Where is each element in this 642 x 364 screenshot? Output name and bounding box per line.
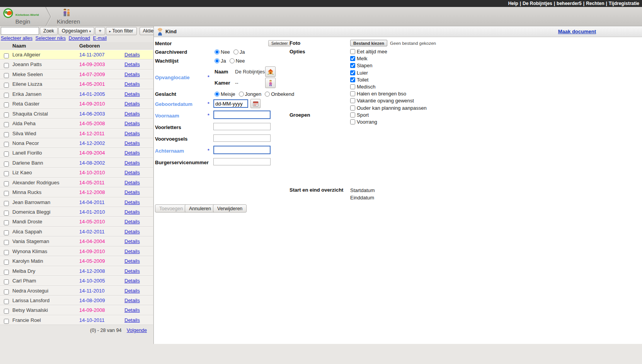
row-checkbox[interactable] (4, 220, 9, 225)
groepen-item-voorrang[interactable]: Voorrang (350, 119, 377, 126)
select-locatie-button[interactable] (265, 66, 276, 77)
row-details-link[interactable]: Details (124, 52, 140, 58)
row-details-link[interactable]: Details (124, 150, 140, 156)
row-details-link[interactable]: Details (124, 288, 140, 294)
voornaam-input[interactable] (213, 111, 271, 119)
row-details-link[interactable]: Details (124, 189, 140, 195)
search-input[interactable] (1, 27, 39, 35)
row-details-link[interactable]: Details (124, 268, 140, 274)
gearchiveerd-option-ja[interactable]: Ja (233, 49, 245, 55)
topbar-link-tijdregistratie[interactable]: Tijdregistratie (609, 1, 639, 6)
row-checkbox[interactable] (4, 53, 9, 58)
row-details-link[interactable]: Details (124, 298, 140, 303)
row-details-link[interactable]: Details (124, 278, 140, 284)
opties-checkbox-vakantie-opvang-gewenst[interactable] (350, 98, 355, 103)
calendar-picker-button[interactable] (250, 99, 261, 108)
groepen-checkbox-sport[interactable] (350, 112, 355, 117)
geslacht-radio-jongen[interactable] (239, 92, 244, 97)
row-checkbox[interactable] (4, 93, 9, 98)
row-checkbox[interactable] (4, 171, 9, 176)
row-details-link[interactable]: Details (124, 131, 140, 136)
wachtlijst-option-nee[interactable]: Nee (230, 58, 245, 64)
gearchiveerd-option-nee[interactable]: Nee (215, 49, 230, 55)
opgeslagen-dropdown-button[interactable]: Opgeslagen ▾ (58, 27, 94, 35)
opties-item-medisch[interactable]: Medisch (350, 84, 427, 91)
row-checkbox[interactable] (4, 309, 9, 314)
next-page-link[interactable]: Volgende (127, 328, 147, 333)
row-checkbox[interactable] (4, 319, 9, 324)
opties-checkbox-slapen[interactable] (350, 63, 355, 68)
topbar-link-de-robijntjes[interactable]: De Robijntjes (523, 1, 552, 6)
geslacht-option-meisje[interactable]: Meisje (215, 91, 235, 97)
opties-item-ouder-kan-planning-aanpassen[interactable]: Ouder kan planning aanpassen (350, 105, 427, 112)
geslacht-radio-meisje[interactable] (215, 92, 220, 97)
column-header-geboren[interactable]: Geboren (79, 43, 100, 49)
row-checkbox[interactable] (4, 270, 9, 275)
row-checkbox[interactable] (4, 73, 9, 78)
groepen-item-sport[interactable]: Sport (350, 112, 377, 119)
verwijderen-button[interactable]: Verwijderen (213, 204, 247, 213)
row-details-link[interactable]: Details (124, 180, 140, 185)
maak-document-link[interactable]: Maak document (558, 29, 596, 34)
groepen-checkbox-voorrang[interactable] (350, 119, 355, 124)
row-checkbox[interactable] (4, 181, 9, 186)
row-details-link[interactable]: Details (124, 219, 140, 225)
row-details-link[interactable]: Details (124, 140, 140, 146)
row-checkbox[interactable] (4, 191, 9, 196)
row-checkbox[interactable] (4, 279, 9, 284)
opties-checkbox-toilet[interactable] (350, 77, 355, 82)
achternaam-input[interactable] (213, 146, 271, 154)
row-details-link[interactable]: Details (124, 71, 140, 77)
opties-checkbox-ouder-kan-planning-aanpassen[interactable] (350, 105, 355, 111)
toevoegen-button[interactable]: Toevoegen (155, 204, 187, 213)
zoek-button[interactable]: Zoek (40, 27, 58, 35)
row-details-link[interactable]: Details (124, 61, 140, 67)
annuleren-button[interactable]: Annuleren (185, 204, 215, 213)
row-details-link[interactable]: Details (124, 121, 140, 126)
topbar-link-help[interactable]: Help (508, 1, 518, 6)
geslacht-option-onbekend[interactable]: Onbekend (265, 91, 294, 97)
geslacht-radio-onbekend[interactable] (265, 92, 270, 97)
email-link[interactable]: E-mail (93, 36, 107, 41)
tab-begin[interactable]: Kiekeboe-World Begin (0, 7, 46, 26)
select-none-link[interactable]: Selecteer niks (35, 36, 66, 41)
row-details-link[interactable]: Details (124, 238, 140, 244)
wachtlijst-radio-ja[interactable] (215, 58, 220, 63)
bestand-kiezen-button[interactable]: Bestand kiezen (350, 40, 387, 46)
opties-item-toilet[interactable]: Toilet (350, 77, 427, 84)
burgerservicenummer-input[interactable] (213, 158, 271, 165)
row-checkbox[interactable] (4, 102, 9, 107)
row-checkbox[interactable] (4, 122, 9, 127)
opties-item-melk[interactable]: Melk (350, 56, 427, 63)
row-details-link[interactable]: Details (124, 91, 140, 97)
row-details-link[interactable]: Details (124, 111, 140, 117)
row-details-link[interactable]: Details (124, 307, 140, 313)
row-details-link[interactable]: Details (124, 170, 140, 175)
row-checkbox[interactable] (4, 250, 9, 255)
voorvoegsels-input[interactable] (213, 134, 271, 142)
opties-checkbox-halen-en-brengen-bso[interactable] (350, 91, 355, 96)
tab-kinderen[interactable]: Kinderen (47, 7, 90, 26)
select-kamer-button[interactable] (265, 78, 276, 88)
opties-item-halen-en-brengen-bso[interactable]: Halen en brengen bso (350, 91, 427, 98)
row-checkbox[interactable] (4, 132, 9, 137)
row-checkbox[interactable] (4, 162, 9, 167)
row-details-link[interactable]: Details (124, 160, 140, 166)
row-checkbox[interactable] (4, 151, 9, 156)
add-filter-button[interactable]: + (95, 27, 105, 35)
topbar-link-beheerder5[interactable]: beheerder5 (557, 1, 582, 6)
wachtlijst-radio-nee[interactable] (230, 58, 235, 63)
voorletters-input[interactable] (213, 123, 271, 130)
row-checkbox[interactable] (4, 201, 9, 206)
row-details-link[interactable]: Details (124, 81, 140, 87)
opties-item-luier[interactable]: Luier (350, 70, 427, 77)
row-checkbox[interactable] (4, 289, 9, 294)
opties-checkbox-eet-altijd-mee[interactable] (350, 49, 355, 54)
opties-item-slapen[interactable]: Slapen (350, 63, 427, 70)
row-checkbox[interactable] (4, 142, 9, 147)
toon-filter-button[interactable]: ▸ Toon filter (106, 27, 137, 35)
row-checkbox[interactable] (4, 299, 9, 304)
wachtlijst-option-ja[interactable]: Ja (215, 58, 226, 64)
gearchiveerd-radio-ja[interactable] (233, 49, 238, 54)
select-all-link[interactable]: Selecteer alles (1, 36, 32, 41)
